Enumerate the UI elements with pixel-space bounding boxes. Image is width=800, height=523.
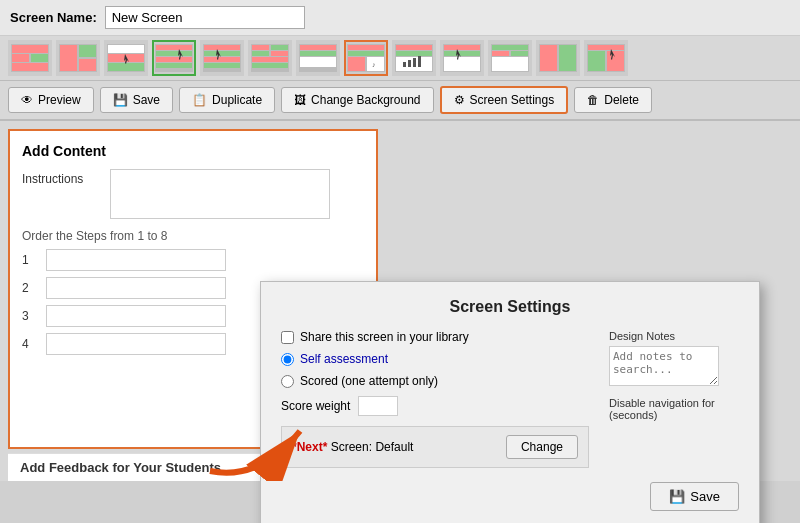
svg-rect-18 xyxy=(156,63,192,68)
svg-rect-8 xyxy=(79,59,96,71)
step-input-4[interactable] xyxy=(46,333,226,355)
design-notes-label: Design Notes xyxy=(609,330,739,342)
screen-settings-label: Screen Settings xyxy=(470,93,555,107)
svg-rect-58 xyxy=(492,51,509,56)
svg-rect-67 xyxy=(607,51,624,71)
screen-name-label: Screen Name: xyxy=(10,10,97,25)
self-assessment-radio[interactable] xyxy=(281,353,294,366)
instructions-label: Instructions xyxy=(22,169,102,186)
change-bg-icon: 🖼 xyxy=(294,93,306,107)
svg-rect-4 xyxy=(12,63,48,71)
screen-settings-modal: Screen Settings Share this screen in you… xyxy=(260,281,760,523)
save-button[interactable]: 💾 Save xyxy=(100,87,173,113)
step-input-3[interactable] xyxy=(46,305,226,327)
score-weight-row: Score weight xyxy=(281,396,589,416)
svg-rect-53 xyxy=(444,51,480,56)
score-weight-input[interactable] xyxy=(358,396,398,416)
preview-button[interactable]: 👁 Preview xyxy=(8,87,94,113)
svg-rect-24 xyxy=(204,63,240,68)
step-input-1[interactable] xyxy=(46,249,226,271)
template-4[interactable] xyxy=(152,40,196,76)
delete-label: Delete xyxy=(604,93,639,107)
main-content: Add Content Instructions Order the Steps… xyxy=(0,121,800,481)
modal-save-label: Save xyxy=(690,489,720,504)
preview-icon: 👁 xyxy=(21,93,33,107)
duplicate-button[interactable]: 📋 Duplicate xyxy=(179,87,275,113)
svg-rect-65 xyxy=(588,45,624,50)
template-3[interactable] xyxy=(104,40,148,76)
svg-rect-35 xyxy=(300,51,336,56)
svg-rect-31 xyxy=(252,57,288,62)
instructions-textarea[interactable] xyxy=(110,169,330,219)
svg-rect-6 xyxy=(60,45,77,71)
modal-save-icon: 💾 xyxy=(669,489,685,504)
svg-rect-59 xyxy=(511,51,528,56)
template-6[interactable] xyxy=(248,40,292,76)
template-8[interactable]: ♪ xyxy=(344,40,388,76)
modal-footer: 💾 Save xyxy=(281,482,739,511)
template-11[interactable] xyxy=(488,40,532,76)
next-screen-box: *Next* Screen: Default Change xyxy=(281,426,589,468)
modal-save-button[interactable]: 💾 Save xyxy=(650,482,739,511)
disable-nav-label: Disable navigation for (seconds) xyxy=(609,397,739,421)
modal-left: Share this screen in your library Self a… xyxy=(281,330,589,468)
svg-rect-15 xyxy=(156,45,192,50)
duplicate-label: Duplicate xyxy=(212,93,262,107)
template-9[interactable] xyxy=(392,40,436,76)
template-bar: ♪ xyxy=(0,36,800,81)
screen-settings-button[interactable]: ⚙ Screen Settings xyxy=(440,86,569,114)
svg-rect-60 xyxy=(492,57,528,71)
share-label: Share this screen in your library xyxy=(300,330,469,344)
share-checkbox[interactable] xyxy=(281,331,294,344)
svg-rect-52 xyxy=(444,45,480,50)
template-10[interactable] xyxy=(440,40,484,76)
svg-rect-7 xyxy=(79,45,96,57)
svg-rect-30 xyxy=(271,51,288,56)
save-icon: 💾 xyxy=(113,93,128,107)
score-weight-label: Score weight xyxy=(281,399,350,413)
change-background-button[interactable]: 🖼 Change Background xyxy=(281,87,433,113)
change-bg-label: Change Background xyxy=(311,93,420,107)
svg-rect-54 xyxy=(444,57,480,71)
svg-rect-27 xyxy=(252,45,269,50)
svg-rect-44 xyxy=(396,45,432,50)
share-row: Share this screen in your library xyxy=(281,330,589,344)
template-5[interactable] xyxy=(200,40,244,76)
delete-icon: 🗑 xyxy=(587,93,599,107)
screen-settings-icon: ⚙ xyxy=(454,93,465,107)
step-num-2: 2 xyxy=(22,281,38,295)
instructions-row: Instructions xyxy=(22,169,364,219)
change-next-screen-button[interactable]: Change xyxy=(506,435,578,459)
screen-name-input[interactable] xyxy=(105,6,305,29)
svg-rect-45 xyxy=(396,51,432,56)
svg-rect-39 xyxy=(348,51,384,56)
svg-rect-66 xyxy=(588,51,605,71)
svg-rect-1 xyxy=(12,45,48,53)
template-1[interactable] xyxy=(8,40,52,76)
svg-rect-21 xyxy=(204,45,240,50)
design-notes-input[interactable] xyxy=(609,346,719,386)
delete-button[interactable]: 🗑 Delete xyxy=(574,87,652,113)
svg-rect-29 xyxy=(252,51,269,56)
action-bar: 👁 Preview 💾 Save 📋 Duplicate 🖼 Change Ba… xyxy=(0,81,800,121)
template-2[interactable] xyxy=(56,40,100,76)
svg-rect-28 xyxy=(271,45,288,50)
step-num-3: 3 xyxy=(22,309,38,323)
svg-rect-41 xyxy=(367,57,384,71)
template-7[interactable] xyxy=(296,40,340,76)
svg-text:♪: ♪ xyxy=(372,61,376,68)
template-12[interactable] xyxy=(536,40,580,76)
modal-title: Screen Settings xyxy=(281,298,739,316)
duplicate-icon: 📋 xyxy=(192,93,207,107)
svg-rect-22 xyxy=(204,51,240,56)
next-screen-value: Default xyxy=(375,440,413,454)
add-content-title: Add Content xyxy=(22,143,364,159)
svg-rect-50 xyxy=(418,56,421,67)
svg-rect-12 xyxy=(108,63,144,71)
svg-rect-48 xyxy=(408,60,411,67)
scored-radio[interactable] xyxy=(281,375,294,388)
step-input-2[interactable] xyxy=(46,277,226,299)
template-13[interactable] xyxy=(584,40,628,76)
scored-label: Scored (one attempt only) xyxy=(300,374,438,388)
preview-label: Preview xyxy=(38,93,81,107)
